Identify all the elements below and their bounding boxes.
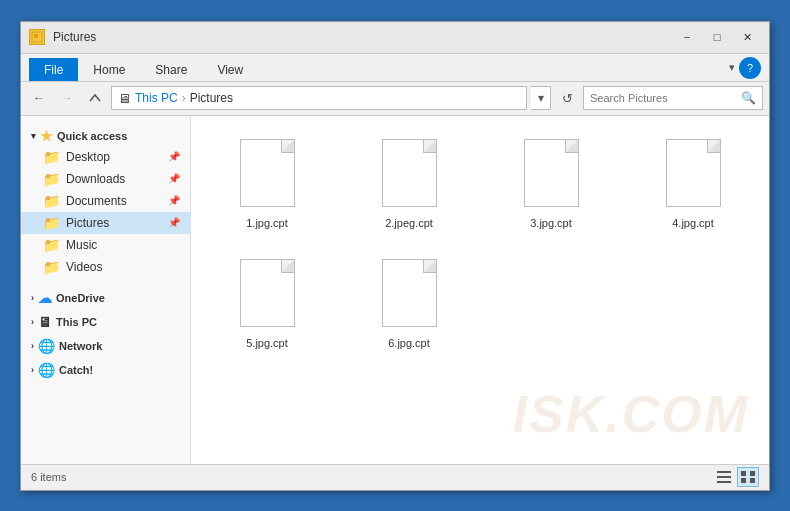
sidebar: ▾ ★ Quick access 📁 Desktop 📌 📁 Downloads…	[21, 116, 191, 464]
file-page	[382, 139, 437, 207]
pin-icon: 📌	[168, 173, 180, 184]
file-content-area: 1.jpg.cpt 2.jpeg.cpt 3.jpg.cpt	[191, 116, 769, 464]
minimize-button[interactable]: −	[673, 26, 701, 48]
folder-icon: 📁	[43, 149, 60, 165]
view-icons	[713, 467, 759, 487]
ribbon-tabs: File Home Share View ▾ ?	[21, 54, 769, 82]
tab-file[interactable]: File	[29, 58, 78, 81]
expand-ribbon-icon[interactable]: ▾	[729, 61, 735, 74]
back-button[interactable]: ←	[27, 86, 51, 110]
window-icon	[29, 29, 45, 45]
file-name: 1.jpg.cpt	[246, 217, 288, 229]
sidebar-item-pictures[interactable]: 📁 Pictures 📌	[21, 212, 190, 234]
chevron-right-icon: ›	[31, 365, 34, 375]
tab-share[interactable]: Share	[140, 58, 202, 81]
file-icon	[232, 133, 302, 213]
sidebar-pictures-label: Pictures	[66, 216, 109, 230]
file-name: 5.jpg.cpt	[246, 337, 288, 349]
chevron-right-icon: ›	[31, 293, 34, 303]
pin-icon: 📌	[168, 195, 180, 206]
window-title: Pictures	[53, 30, 673, 44]
file-name: 3.jpg.cpt	[530, 217, 572, 229]
file-item[interactable]: 3.jpg.cpt	[485, 126, 617, 236]
address-dropdown[interactable]: ▾	[531, 86, 551, 110]
sidebar-item-thispc[interactable]: › 🖥 This PC	[21, 308, 190, 332]
main-area: ▾ ★ Quick access 📁 Desktop 📌 📁 Downloads…	[21, 116, 769, 464]
sidebar-desktop-label: Desktop	[66, 150, 110, 164]
close-button[interactable]: ✕	[733, 26, 761, 48]
file-page	[240, 139, 295, 207]
address-box[interactable]: 🖥 This PC › Pictures	[111, 86, 527, 110]
forward-button[interactable]: →	[55, 86, 79, 110]
chevron-right-icon: ›	[31, 341, 34, 351]
file-item[interactable]: 4.jpg.cpt	[627, 126, 759, 236]
folder-icon: 📁	[43, 193, 60, 209]
sidebar-item-music[interactable]: 📁 Music	[21, 234, 190, 256]
up-button[interactable]	[83, 86, 107, 110]
file-name: 6.jpg.cpt	[388, 337, 430, 349]
title-bar-icons	[29, 29, 45, 45]
folder-icon: 📁	[43, 215, 60, 231]
svg-rect-4	[717, 481, 731, 483]
breadcrumb-home-icon: 🖥	[118, 91, 131, 106]
address-bar-row: ← → 🖥 This PC › Pictures ▾ ↺ 🔍	[21, 82, 769, 116]
sidebar-item-videos[interactable]: 📁 Videos	[21, 256, 190, 278]
sidebar-item-downloads[interactable]: 📁 Downloads 📌	[21, 168, 190, 190]
item-count: 6 items	[31, 471, 66, 483]
folder-icon: 📁	[43, 171, 60, 187]
sidebar-downloads-label: Downloads	[66, 172, 125, 186]
svg-rect-7	[741, 478, 746, 483]
sidebar-item-onedrive[interactable]: › ☁ OneDrive	[21, 284, 190, 308]
file-item[interactable]: 1.jpg.cpt	[201, 126, 333, 236]
breadcrumb-sep-1: ›	[182, 91, 186, 105]
watermark: ISK.COM	[513, 384, 749, 444]
svg-rect-3	[717, 476, 731, 478]
cloud-icon: ☁	[38, 290, 52, 306]
computer-icon: 🖥	[38, 314, 52, 330]
svg-rect-2	[717, 471, 731, 473]
sidebar-item-network[interactable]: › 🌐 Network	[21, 332, 190, 356]
catch-icon: 🌐	[38, 362, 55, 378]
search-box[interactable]: 🔍	[583, 86, 763, 110]
status-bar: 6 items	[21, 464, 769, 490]
file-page	[666, 139, 721, 207]
file-name: 2.jpeg.cpt	[385, 217, 433, 229]
sidebar-documents-label: Documents	[66, 194, 127, 208]
svg-rect-1	[34, 34, 38, 38]
sidebar-item-desktop[interactable]: 📁 Desktop 📌	[21, 146, 190, 168]
thispc-label: This PC	[56, 316, 97, 328]
star-icon: ★	[40, 128, 53, 144]
file-page	[240, 259, 295, 327]
network-icon: 🌐	[38, 338, 55, 354]
file-item[interactable]: 6.jpg.cpt	[343, 246, 475, 356]
breadcrumb-thispc[interactable]: This PC	[135, 91, 178, 105]
file-page	[382, 259, 437, 327]
file-icon	[232, 253, 302, 333]
tab-view[interactable]: View	[202, 58, 258, 81]
sidebar-item-documents[interactable]: 📁 Documents 📌	[21, 190, 190, 212]
sidebar-item-catch[interactable]: › 🌐 Catch!	[21, 356, 190, 380]
maximize-button[interactable]: □	[703, 26, 731, 48]
help-button[interactable]: ?	[739, 57, 761, 79]
search-icon: 🔍	[741, 91, 756, 105]
details-view-button[interactable]	[713, 467, 735, 487]
breadcrumb-pictures[interactable]: Pictures	[190, 91, 233, 105]
catch-label: Catch!	[59, 364, 93, 376]
svg-rect-6	[750, 471, 755, 476]
file-page	[524, 139, 579, 207]
tab-home[interactable]: Home	[78, 58, 140, 81]
refresh-button[interactable]: ↺	[555, 86, 579, 110]
file-icon	[374, 133, 444, 213]
folder-icon: 📁	[43, 237, 60, 253]
file-icon	[374, 253, 444, 333]
sidebar-item-quick-access[interactable]: ▾ ★ Quick access	[21, 122, 190, 146]
file-item[interactable]: 2.jpeg.cpt	[343, 126, 475, 236]
sidebar-music-label: Music	[66, 238, 97, 252]
file-icon	[516, 133, 586, 213]
file-item[interactable]: 5.jpg.cpt	[201, 246, 333, 356]
search-input[interactable]	[590, 92, 741, 104]
svg-rect-5	[741, 471, 746, 476]
large-icons-view-button[interactable]	[737, 467, 759, 487]
file-name: 4.jpg.cpt	[672, 217, 714, 229]
network-label: Network	[59, 340, 102, 352]
